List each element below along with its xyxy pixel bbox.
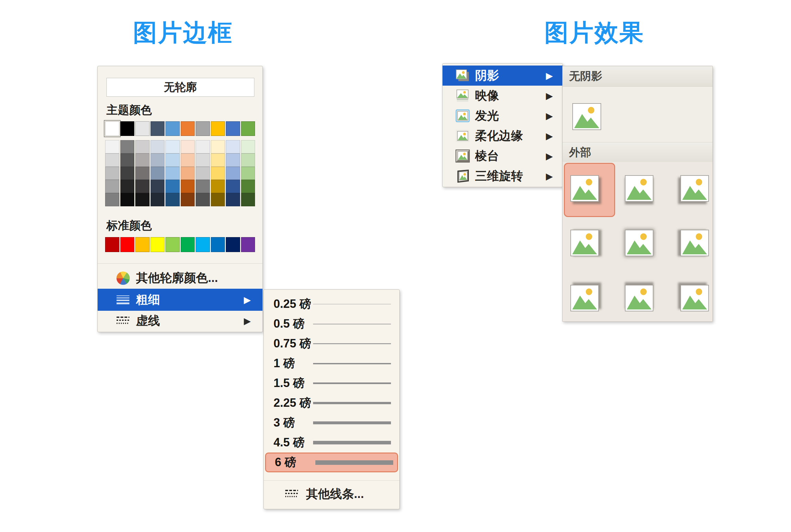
theme-variant-swatch[interactable]	[181, 180, 195, 193]
theme-variant-swatch[interactable]	[226, 140, 240, 153]
theme-variant-swatch[interactable]	[226, 193, 240, 206]
theme-variant-swatch[interactable]	[151, 167, 165, 180]
theme-variant-swatch[interactable]	[226, 153, 240, 167]
weight-item[interactable]: 粗细 ▶	[98, 289, 262, 311]
standard-color-swatch[interactable]	[226, 237, 240, 252]
effects-item-shadow[interactable]: 阴影▶	[442, 65, 563, 86]
standard-color-swatch[interactable]	[135, 237, 150, 252]
theme-variant-swatch[interactable]	[120, 193, 135, 206]
theme-color-swatch[interactable]	[226, 121, 240, 136]
theme-variant-swatch[interactable]	[105, 193, 119, 206]
theme-variant-swatch[interactable]	[135, 153, 150, 167]
more-outline-colors-item[interactable]: 其他轮廓颜色...	[98, 268, 262, 288]
standard-color-swatch[interactable]	[151, 237, 165, 252]
theme-variant-swatch[interactable]	[166, 140, 180, 153]
theme-variant-swatch[interactable]	[211, 180, 225, 193]
theme-variant-swatch[interactable]	[226, 167, 240, 180]
standard-color-swatch[interactable]	[211, 237, 225, 252]
theme-color-swatch[interactable]	[241, 121, 255, 136]
shadow-option-left[interactable]	[680, 230, 709, 256]
theme-variant-swatch[interactable]	[151, 180, 165, 193]
theme-color-swatch[interactable]	[166, 121, 180, 136]
effects-item-reflection[interactable]: 映像▶	[442, 86, 563, 106]
more-lines-item[interactable]: 其他线条...	[264, 484, 399, 505]
theme-variant-swatch[interactable]	[196, 140, 210, 153]
theme-variant-swatch[interactable]	[166, 193, 180, 206]
theme-color-swatch[interactable]	[105, 121, 119, 136]
theme-color-swatch[interactable]	[196, 121, 210, 136]
theme-variant-swatch[interactable]	[181, 140, 195, 153]
theme-variant-swatch[interactable]	[241, 140, 255, 153]
theme-color-swatch[interactable]	[151, 121, 165, 136]
theme-variant-swatch[interactable]	[151, 140, 165, 153]
theme-variant-swatch[interactable]	[151, 193, 165, 206]
theme-variant-swatch[interactable]	[211, 167, 225, 180]
no-shadow-thumbnail[interactable]	[572, 103, 601, 130]
theme-variant-swatch[interactable]	[241, 153, 255, 167]
dash-item[interactable]: 虚线 ▶	[98, 311, 262, 331]
theme-variant-swatch[interactable]	[181, 193, 195, 206]
shadow-option-bottom-left[interactable]	[680, 175, 709, 202]
theme-variant-swatch[interactable]	[196, 153, 210, 167]
weight-option-6磅[interactable]: 6 磅	[265, 453, 398, 472]
theme-variant-swatch[interactable]	[181, 167, 195, 180]
shadow-option-center[interactable]	[625, 230, 654, 256]
theme-variant-swatch[interactable]	[226, 180, 240, 193]
weight-option-0.25磅[interactable]: 0.25 磅	[264, 294, 399, 314]
theme-variant-swatch[interactable]	[105, 153, 119, 167]
standard-color-swatch[interactable]	[196, 237, 210, 252]
theme-variant-swatch[interactable]	[135, 167, 150, 180]
theme-variant-swatch[interactable]	[120, 167, 135, 180]
theme-color-swatch[interactable]	[120, 121, 135, 136]
weight-option-1磅[interactable]: 1 磅	[264, 354, 399, 373]
weight-option-2.25磅[interactable]: 2.25 磅	[264, 393, 399, 413]
theme-color-swatch[interactable]	[135, 121, 150, 136]
theme-variant-swatch[interactable]	[105, 167, 119, 180]
theme-variant-swatch[interactable]	[211, 140, 225, 153]
standard-color-swatch[interactable]	[105, 237, 119, 252]
theme-variant-swatch[interactable]	[196, 180, 210, 193]
weight-option-1.5磅[interactable]: 1.5 磅	[264, 373, 399, 393]
theme-variant-swatch[interactable]	[181, 153, 195, 167]
theme-variant-swatch[interactable]	[241, 193, 255, 206]
theme-variant-swatch[interactable]	[135, 180, 150, 193]
theme-variant-swatch[interactable]	[135, 140, 150, 153]
theme-variant-swatch[interactable]	[166, 153, 180, 167]
theme-color-swatch[interactable]	[181, 121, 195, 136]
shadow-option-top-left[interactable]	[680, 285, 709, 311]
theme-variant-swatch[interactable]	[120, 140, 135, 153]
theme-variant-swatch[interactable]	[120, 153, 135, 167]
shadow-option-top[interactable]	[625, 285, 654, 311]
effects-item-rot3d[interactable]: 三维旋转▶	[442, 166, 563, 186]
theme-color-swatch[interactable]	[211, 121, 225, 136]
theme-variant-swatch[interactable]	[166, 180, 180, 193]
theme-variant-swatch[interactable]	[211, 153, 225, 167]
theme-variant-swatch[interactable]	[166, 167, 180, 180]
weight-option-0.75磅[interactable]: 0.75 磅	[264, 334, 399, 354]
standard-color-swatch[interactable]	[166, 237, 180, 252]
theme-variant-swatch[interactable]	[211, 193, 225, 206]
standard-color-swatch[interactable]	[181, 237, 195, 252]
shadow-option-bottom-right-selected[interactable]	[570, 175, 599, 202]
effects-item-glow[interactable]: 发光▶	[442, 106, 563, 126]
theme-variant-swatch[interactable]	[241, 180, 255, 193]
theme-variant-swatch[interactable]	[196, 167, 210, 180]
theme-variant-swatch[interactable]	[196, 193, 210, 206]
theme-variant-swatch[interactable]	[241, 167, 255, 180]
theme-variant-swatch[interactable]	[120, 180, 135, 193]
weight-option-3磅[interactable]: 3 磅	[264, 413, 399, 433]
theme-variant-swatch[interactable]	[105, 180, 119, 193]
no-outline-button[interactable]: 无轮廓	[107, 78, 255, 97]
standard-color-swatch[interactable]	[120, 237, 135, 252]
theme-variant-swatch[interactable]	[135, 193, 150, 206]
shadow-option-bottom[interactable]	[625, 175, 654, 202]
weight-option-0.5磅[interactable]: 0.5 磅	[264, 314, 399, 334]
theme-variant-swatch[interactable]	[105, 140, 119, 153]
effects-item-soft[interactable]: 柔化边缘▶	[442, 126, 563, 146]
shadow-option-top-right[interactable]	[570, 285, 599, 311]
effects-item-bevel[interactable]: 棱台▶	[442, 146, 563, 166]
shadow-option-right[interactable]	[570, 230, 599, 256]
weight-option-4.5磅[interactable]: 4.5 磅	[264, 433, 399, 453]
theme-variant-swatch[interactable]	[151, 153, 165, 167]
standard-color-swatch[interactable]	[241, 237, 255, 252]
